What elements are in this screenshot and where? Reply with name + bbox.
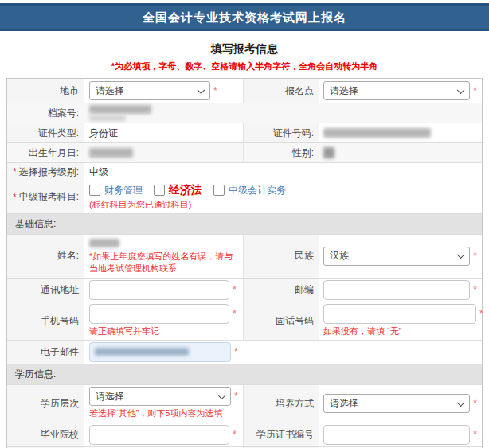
chevron-down-icon [198,86,205,94]
training-mode-select[interactable]: 请选择 [323,394,470,413]
required-asterisk: * [479,309,483,318]
city-select[interactable]: 请选择 [89,81,210,100]
mobile-input[interactable] [89,304,229,324]
telephone-note: 如果没有，请填 “无” [323,325,401,338]
ethnicity-label: 民族 [244,235,319,278]
form-row-id: 证件类型: 身份证 证件号码: [7,123,482,142]
form-row-edu-level: 学历层次 请选择 * 若选择“其他”，则下5项内容为选填 培养方式 请选择 * [7,384,482,423]
diploma-no-label: 学历证书编号 [244,423,319,446]
required-asterisk: * [233,285,237,294]
chevron-down-icon [457,251,465,259]
required-fields-note: *为必填项，字母、数字、空格请输入半角字符，全角会自动转为半角 [0,60,489,72]
form-row-phone: 手机号码 * 请正确填写并牢记 固话号码 * 如果没有，请填 “无” [7,302,482,340]
training-mode-label: 培养方式 [244,385,319,423]
postcode-label: 邮编 [244,279,319,302]
name-note: *如果上年度您填写的姓名有误，请与当地考试管理机构联系 [89,251,238,276]
birth-date-redacted-value [89,148,133,158]
subject-option-economic-law[interactable]: 经济法 [154,183,202,197]
exam-level-value: 中级 [84,163,482,181]
form-row-email: 电子邮件 * [7,340,482,364]
required-asterisk: * [233,309,237,318]
edu-level-select[interactable]: 请选择 [89,387,231,406]
required-asterisk: * [234,392,238,401]
address-label: 通讯地址 [7,279,84,302]
form-row-name: 姓名: *如果上年度您填写的姓名有误，请与当地考试管理机构联系 民族 汉族 * [7,234,482,278]
page-title: 填写报考信息 [0,42,489,56]
checkbox-unchecked-icon[interactable] [154,185,165,196]
id-type-label: 证件类型: [7,123,84,142]
edu-level-label: 学历层次 [7,385,84,423]
required-asterisk: * [13,166,17,177]
form-row-exam-level: * 选择报考级别: 中级 [7,162,482,181]
subjects-note: (标红科目为您已通过科目) [89,199,191,212]
postcode-input[interactable] [323,280,470,300]
archive-no-redacted-value [89,115,126,121]
exam-level-label: * 选择报考级别: [7,163,84,181]
email-input[interactable] [89,342,231,362]
gender-redacted-value [323,147,334,158]
subject-option-finance[interactable]: 财务管理 [89,184,143,197]
registration-page: 全国会计专业技术资格考试网上报名 填写报考信息 *为必填项，字母、数字、空格请输… [0,3,489,448]
subject-option-intermediate-accounting[interactable]: 中级会计实务 [213,184,286,197]
required-asterisk: * [473,285,477,294]
section-basic-info: 基础信息: [7,213,482,234]
app-header: 全国会计专业技术资格考试网上报名 [0,3,489,31]
email-redacted-value [95,348,189,356]
reg-point-select[interactable]: 请选择 [323,81,470,100]
form-row-birth: 出生年月日: 性别: [7,142,482,162]
diploma-no-input[interactable] [323,425,470,445]
section-education-info: 学历信息: [7,364,482,384]
form-row-subjects: * 中级报考科目: 财务管理 经济法 中级会计实务 [7,181,482,213]
form-row-city: 地市 请选择 * 报名点 请选择 * [7,79,482,103]
name-label: 姓名: [7,235,84,278]
mobile-note: 请正确填写并牢记 [89,325,159,338]
chevron-down-icon [457,399,465,407]
reg-point-label: 报名点 [244,79,319,103]
archive-no-redacted-value [89,105,151,114]
gender-label: 性别: [244,143,319,162]
required-asterisk: * [473,86,477,95]
checkbox-unchecked-icon[interactable] [89,185,100,196]
required-asterisk: * [473,430,477,439]
archive-no-label: 档案号: [7,103,84,123]
school-input[interactable] [89,425,229,445]
telephone-label: 固话号码 [244,302,319,340]
chevron-down-icon [218,392,226,399]
required-asterisk: * [233,430,237,439]
app-title: 全国会计专业技术资格考试网上报名 [143,10,346,25]
edu-level-note: 若选择“其他”，则下5项内容为选填 [89,407,222,420]
registration-form: 地市 请选择 * 报名点 请选择 * 档案号: [6,78,483,448]
required-asterisk: * [213,86,217,95]
required-asterisk: * [473,251,477,261]
telephone-input[interactable] [323,304,476,324]
id-type-value: 身份证 [84,123,244,142]
subjects-label: * 中级报考科目: [7,181,84,213]
form-row-archive: 档案号: [7,103,482,123]
mobile-label: 手机号码 [7,302,84,340]
address-input[interactable] [89,280,229,300]
required-asterisk: * [234,347,238,356]
form-row-address: 通讯地址 * 邮编 * [7,278,482,302]
birth-date-label: 出生年月日: [7,143,84,162]
city-label: 地市 [7,79,84,103]
form-row-school: 毕业院校 * 学历证书编号 * [7,423,482,446]
required-asterisk: * [473,399,477,408]
name-redacted-value [89,239,119,247]
id-number-label: 证件号码: [244,123,319,142]
required-asterisk: * [13,192,17,203]
ethnicity-select[interactable]: 汉族 [323,247,470,266]
id-number-redacted-value [323,128,431,138]
checkbox-unchecked-icon[interactable] [213,185,225,196]
school-label: 毕业院校 [7,423,84,446]
email-label: 电子邮件 [7,341,84,364]
chevron-down-icon [457,86,465,94]
